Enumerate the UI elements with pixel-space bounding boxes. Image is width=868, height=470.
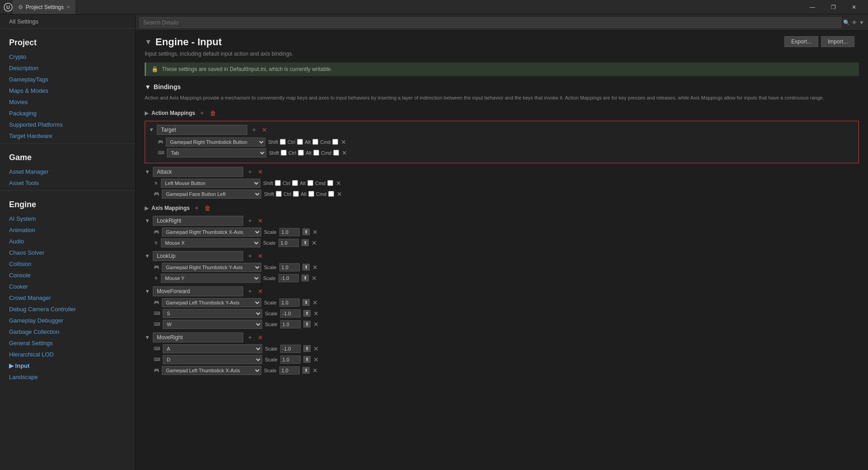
moveforward-remove-2[interactable]: ✕ xyxy=(313,310,319,317)
sidebar-item-all-settings[interactable]: All Settings xyxy=(0,14,135,27)
lookright-scale-2[interactable] xyxy=(278,239,299,247)
action-mappings-add-button[interactable]: ＋ xyxy=(198,109,206,117)
restore-button[interactable]: ❐ xyxy=(823,0,844,14)
moveright-scale-arrow-2[interactable]: ⬆ xyxy=(303,356,311,363)
sidebar-item-description[interactable]: Description xyxy=(0,62,135,74)
attack-add-binding-button[interactable]: ＋ xyxy=(246,168,254,176)
moveright-remove-2[interactable]: ✕ xyxy=(313,356,319,363)
lookright-remove-1[interactable]: ✕ xyxy=(312,228,318,236)
shift-checkbox-2[interactable] xyxy=(281,150,287,156)
sidebar-item-maps-modes[interactable]: Maps & Modes xyxy=(0,85,135,96)
sidebar-item-debug-camera[interactable]: Debug Camera Controller xyxy=(0,304,135,315)
sidebar-item-input[interactable]: ▶ Input xyxy=(0,360,135,371)
shift-checkbox-a2[interactable] xyxy=(276,191,282,197)
lookright-key-select-1[interactable]: Gamepad Right Thumbstick X-Axis xyxy=(162,228,261,237)
tab-close-button[interactable]: ✕ xyxy=(66,5,70,9)
sidebar-item-hierarchical-lod[interactable]: Hierarchical LOD xyxy=(0,349,135,360)
moveright-scale-1[interactable] xyxy=(280,345,301,353)
attack-remove-binding-1[interactable]: ✕ xyxy=(336,180,341,187)
sidebar-item-ai-system[interactable]: AI System xyxy=(0,213,135,224)
sidebar-item-asset-tools[interactable]: Asset Tools xyxy=(0,177,135,189)
moveforward-remove-button[interactable]: ✕ xyxy=(257,288,264,295)
sidebar-item-gameplaytags[interactable]: GameplayTags xyxy=(0,74,135,85)
moveforward-name-input[interactable] xyxy=(153,286,243,296)
moveright-add-button[interactable]: ＋ xyxy=(246,333,254,342)
attack-name-input[interactable] xyxy=(153,167,243,177)
lookup-key-select-1[interactable]: Gamepad Right Thumbstick Y-Axis xyxy=(162,263,261,272)
sidebar-item-asset-manager[interactable]: Asset Manager xyxy=(0,166,135,177)
target-remove-binding-2[interactable]: ✕ xyxy=(342,149,347,157)
moveforward-remove-3[interactable]: ✕ xyxy=(313,321,319,328)
moveright-scale-arrow-3[interactable]: ⬆ xyxy=(302,367,310,374)
moveforward-scale-3[interactable] xyxy=(280,320,301,328)
axis-mappings-add-button[interactable]: ＋ xyxy=(193,204,201,212)
action-mappings-delete-button[interactable]: 🗑 xyxy=(209,109,217,117)
moveright-remove-3[interactable]: ✕ xyxy=(312,367,318,374)
sidebar-item-supported-platforms[interactable]: Supported Platforms xyxy=(0,119,135,130)
lookright-name-input[interactable] xyxy=(153,216,243,226)
cmd-checkbox-a2[interactable] xyxy=(328,191,334,197)
dropdown-icon[interactable]: ▼ xyxy=(859,19,864,26)
ctrl-checkbox-1[interactable] xyxy=(297,139,303,145)
moveforward-scale-2[interactable] xyxy=(280,309,301,318)
alt-checkbox-a1[interactable] xyxy=(307,180,313,186)
lookup-remove-button[interactable]: ✕ xyxy=(257,252,264,260)
sidebar-item-movies[interactable]: Movies xyxy=(0,96,135,108)
lookup-scale-1[interactable] xyxy=(279,263,300,271)
ctrl-checkbox-a2[interactable] xyxy=(293,191,299,197)
search-icon[interactable]: 🔍 xyxy=(843,19,850,26)
sidebar-item-collision[interactable]: Collision xyxy=(0,258,135,270)
moveforward-key-select-1[interactable]: Gamepad Left Thumbstick Y-Axis xyxy=(162,298,261,307)
sidebar-item-cooker[interactable]: Cooker xyxy=(0,281,135,292)
lookup-remove-1[interactable]: ✕ xyxy=(312,264,318,271)
attack-key-select-1[interactable]: Left Mouse Button xyxy=(161,179,260,188)
target-name-input[interactable] xyxy=(157,125,247,135)
moveright-name-input[interactable] xyxy=(153,332,243,342)
ctrl-checkbox-2[interactable] xyxy=(298,150,304,156)
moveright-key-select-3[interactable]: Gamepad Left Thumbstick X-Axis xyxy=(162,366,261,375)
moveright-scale-3[interactable] xyxy=(279,366,300,375)
target-remove-group-button[interactable]: ✕ xyxy=(261,126,268,133)
moveforward-remove-1[interactable]: ✕ xyxy=(312,299,318,306)
lookright-remove-2[interactable]: ✕ xyxy=(311,239,317,247)
target-key-select-1[interactable]: Gamepad Right Thumbstick Button xyxy=(166,138,265,147)
shift-checkbox-1[interactable] xyxy=(280,139,286,145)
search-input[interactable] xyxy=(139,17,841,28)
sidebar-item-animation[interactable]: Animation xyxy=(0,224,135,236)
lookup-scale-2[interactable] xyxy=(278,274,299,282)
shift-checkbox-a1[interactable] xyxy=(275,180,281,186)
alt-checkbox-a2[interactable] xyxy=(308,191,314,197)
sidebar-item-garbage-collection[interactable]: Garbage Collection xyxy=(0,326,135,337)
attack-key-select-2[interactable]: Gamepad Face Button Left xyxy=(162,190,261,199)
sidebar-item-crowd-manager[interactable]: Crowd Manager xyxy=(0,292,135,304)
import-button[interactable]: Import... xyxy=(821,36,854,47)
sidebar-item-chaos-solver[interactable]: Chaos Solver xyxy=(0,247,135,258)
lookright-add-button[interactable]: ＋ xyxy=(246,217,254,225)
sidebar-item-landscape[interactable]: Landscape xyxy=(0,371,135,383)
attack-remove-binding-2[interactable]: ✕ xyxy=(337,190,342,198)
lookup-key-select-2[interactable]: Mouse Y xyxy=(161,274,260,283)
target-add-binding-button[interactable]: ＋ xyxy=(250,126,258,134)
ctrl-checkbox-a1[interactable] xyxy=(292,180,298,186)
target-remove-binding-1[interactable]: ✕ xyxy=(341,138,346,146)
export-button[interactable]: Export... xyxy=(784,36,818,47)
sidebar-item-gameplay-debugger[interactable]: Gameplay Debugger xyxy=(0,315,135,326)
titlebar-tab[interactable]: ⚙ Project Settings ✕ xyxy=(13,0,76,14)
lookup-add-button[interactable]: ＋ xyxy=(246,252,254,260)
moveright-key-select-1[interactable]: A xyxy=(163,344,262,353)
cmd-checkbox-1[interactable] xyxy=(332,139,338,145)
sidebar-item-crypto[interactable]: Crypto xyxy=(0,51,135,62)
sidebar-item-general-settings[interactable]: General Settings xyxy=(0,337,135,349)
lookright-key-select-2[interactable]: Mouse X xyxy=(161,238,260,247)
cmd-checkbox-2[interactable] xyxy=(333,150,339,156)
eye-icon[interactable]: 👁 xyxy=(852,19,857,26)
lookright-scale-arrow-1[interactable]: ⬆ xyxy=(302,228,310,235)
moveright-scale-arrow-1[interactable]: ⬆ xyxy=(303,345,311,352)
sidebar-item-console[interactable]: Console xyxy=(0,270,135,281)
moveright-remove-1[interactable]: ✕ xyxy=(313,345,319,352)
cmd-checkbox-a1[interactable] xyxy=(327,180,333,186)
alt-checkbox-1[interactable] xyxy=(312,139,318,145)
sidebar-item-audio[interactable]: Audio xyxy=(0,236,135,247)
moveforward-scale-arrow-3[interactable]: ⬆ xyxy=(303,321,311,328)
minimize-button[interactable]: — xyxy=(802,0,823,14)
